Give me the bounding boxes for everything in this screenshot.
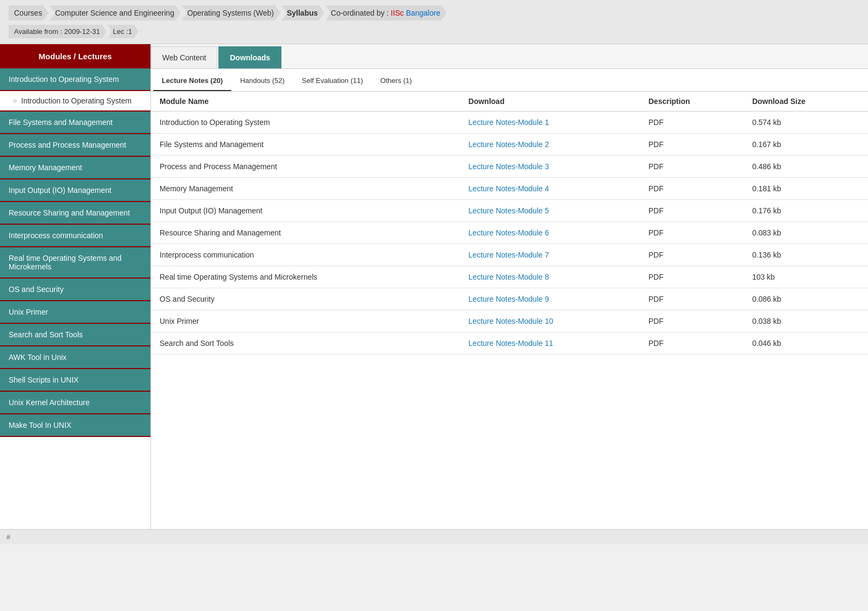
table-row: OS and Security Lecture Notes-Module 9 P… [151,288,868,310]
cell-size: 0.486 kb [743,156,868,178]
download-link: Lecture Notes-Module 6 [469,228,549,237]
sidebar-sub-intro-os[interactable]: Introduction to Operating System [0,91,150,112]
tab-self-evaluation[interactable]: Self Evaluation (11) [293,71,371,91]
table-row: Memory Management Lecture Notes-Module 4… [151,178,868,200]
cell-description: PDF [640,332,743,355]
cell-size: 103 kb [743,266,868,288]
cell-size: 0.167 kb [743,134,868,156]
cell-description: PDF [640,200,743,222]
cell-size: 0.136 kb [743,244,868,266]
cell-download[interactable]: Lecture Notes-Module 6 [460,222,640,244]
tab-downloads[interactable]: Downloads [218,46,281,68]
cell-module: Unix Primer [151,310,460,332]
footer-bar: # [0,529,868,544]
col-module-name: Module Name [151,92,460,112]
download-link: Lecture Notes-Module 8 [469,273,549,281]
cell-download[interactable]: Lecture Notes-Module 4 [460,178,640,200]
cell-module: Interprocess communication [151,244,460,266]
tabs-row2: Lecture Notes (20) Handouts (52) Self Ev… [151,69,868,92]
tabs-row1: Web Content Downloads [151,44,868,69]
table-row: Process and Process Management Lecture N… [151,156,868,178]
sidebar-item-realtime[interactable]: Real time Operating Systems and Microker… [0,247,150,279]
breadcrumb-sub-row: Available from : 2009-12-31 Lec :1 [9,25,859,38]
sidebar-header: Modules / Lectures [0,44,150,68]
cell-download[interactable]: Lecture Notes-Module 3 [460,156,640,178]
cell-description: PDF [640,244,743,266]
cell-download[interactable]: Lecture Notes-Module 5 [460,200,640,222]
cell-download[interactable]: Lecture Notes-Module 2 [460,134,640,156]
download-link: Lecture Notes-Module 5 [469,206,549,215]
cell-description: PDF [640,178,743,200]
col-description: Description [640,92,743,112]
main-container: Modules / Lectures Introduction to Opera… [0,44,868,529]
cell-module: Introduction to Operating System [151,112,460,134]
breadcrumb-lec: Lec :1 [107,25,138,38]
cell-description: PDF [640,266,743,288]
download-link: Lecture Notes-Module 9 [469,295,549,303]
download-link: Lecture Notes-Module 7 [469,251,549,259]
sidebar-item-process[interactable]: Process and Process Management [0,134,150,157]
download-link: Lecture Notes-Module 10 [469,317,553,325]
tab-handouts[interactable]: Handouts (52) [231,71,293,91]
download-link: Lecture Notes-Module 3 [469,162,549,171]
tab-web-content[interactable]: Web Content [151,46,217,68]
cell-description: PDF [640,310,743,332]
breadcrumb-coordinated: Co-ordinated by : IISc Bangalore [326,5,447,20]
cell-download[interactable]: Lecture Notes-Module 8 [460,266,640,288]
sidebar-item-memory[interactable]: Memory Management [0,157,150,179]
sidebar-item-resource[interactable]: Resource Sharing and Management [0,202,150,225]
content-area: Web Content Downloads Lecture Notes (20)… [151,44,868,529]
breadcrumb-cse[interactable]: Computer Science and Engineering [50,5,181,20]
table-row: Resource Sharing and Management Lecture … [151,222,868,244]
sidebar-item-awk[interactable]: AWK Tool in Unix [0,346,150,369]
table-row: Introduction to Operating System Lecture… [151,112,868,134]
cell-size: 0.574 kb [743,112,868,134]
table-row: Search and Sort Tools Lecture Notes-Modu… [151,332,868,355]
cell-description: PDF [640,156,743,178]
sidebar-item-unix-primer[interactable]: Unix Primer [0,301,150,324]
cell-download[interactable]: Lecture Notes-Module 7 [460,244,640,266]
sidebar-item-shell[interactable]: Shell Scripts in UNIX [0,369,150,392]
cell-size: 0.176 kb [743,200,868,222]
download-link: Lecture Notes-Module 11 [469,339,553,348]
breadcrumb-os[interactable]: Operating Systems (Web) [182,5,280,20]
cell-download[interactable]: Lecture Notes-Module 9 [460,288,640,310]
sidebar-item-filesystems[interactable]: File Systems and Management [0,112,150,134]
cell-description: PDF [640,288,743,310]
download-link: Lecture Notes-Module 2 [469,140,549,149]
download-link: Lecture Notes-Module 4 [469,184,549,193]
sidebar: Modules / Lectures Introduction to Opera… [0,44,151,529]
cell-description: PDF [640,222,743,244]
table-row: Unix Primer Lecture Notes-Module 10 PDF … [151,310,868,332]
sidebar-item-interprocess[interactable]: Interprocess communication [0,225,150,247]
cell-description: PDF [640,112,743,134]
breadcrumb-syllabus[interactable]: Syllabus [281,5,325,20]
breadcrumb-bar: Courses Computer Science and Engineering… [0,0,868,44]
breadcrumb-courses[interactable]: Courses [9,5,49,20]
cell-module: Real time Operating Systems and Microker… [151,266,460,288]
tab-others[interactable]: Others (1) [371,71,421,91]
table-row: Real time Operating Systems and Microker… [151,266,868,288]
sidebar-item-search-sort[interactable]: Search and Sort Tools [0,324,150,346]
cell-module: File Systems and Management [151,134,460,156]
cell-size: 0.181 kb [743,178,868,200]
sidebar-item-make-tool[interactable]: Make Tool In UNIX [0,414,150,437]
cell-download[interactable]: Lecture Notes-Module 1 [460,112,640,134]
download-link: Lecture Notes-Module 1 [469,118,549,127]
breadcrumb-row: Courses Computer Science and Engineering… [9,5,859,20]
sidebar-item-intro-os[interactable]: Introduction to Operating System [0,68,150,91]
col-download: Download [460,92,640,112]
sidebar-item-unix-kernel[interactable]: Unix Kernel Architecture [0,392,150,414]
sidebar-item-os-security[interactable]: OS and Security [0,279,150,301]
cell-module: Memory Management [151,178,460,200]
cell-download[interactable]: Lecture Notes-Module 10 [460,310,640,332]
sidebar-item-io[interactable]: Input Output (IO) Management [0,179,150,202]
cell-size: 0.086 kb [743,288,868,310]
table-row: Input Output (IO) Management Lecture Not… [151,200,868,222]
cell-module: Input Output (IO) Management [151,200,460,222]
table-row: Interprocess communication Lecture Notes… [151,244,868,266]
breadcrumb-available: Available from : 2009-12-31 [9,25,106,38]
tab-lecture-notes[interactable]: Lecture Notes (20) [153,71,231,91]
cell-download[interactable]: Lecture Notes-Module 11 [460,332,640,355]
table-row: File Systems and Management Lecture Note… [151,134,868,156]
